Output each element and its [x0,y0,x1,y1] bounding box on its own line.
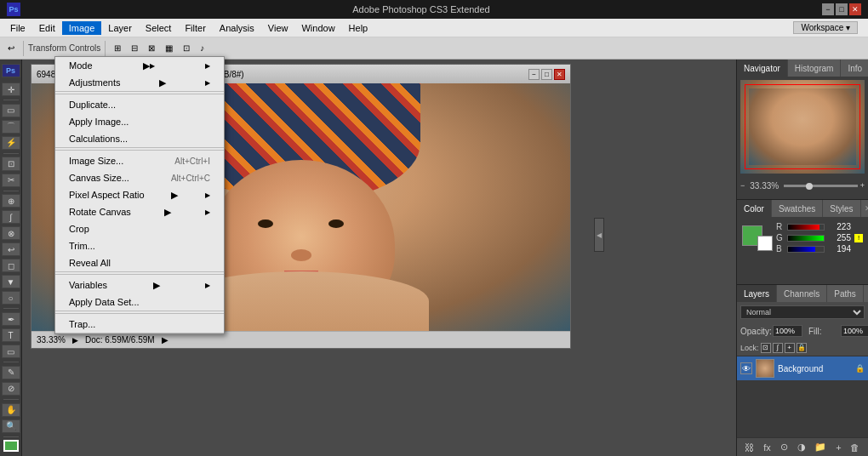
background-swatch[interactable] [757,236,773,251]
fill-input[interactable] [841,325,868,337]
menu-view[interactable]: View [261,21,295,35]
shape-tool[interactable]: ▭ [2,345,20,358]
menu-image-size[interactable]: Image Size... Alt+Ctrl+I [55,152,224,169]
toolbar-icon-5[interactable]: ⊡ [179,42,194,54]
opacity-label: Opacity: [740,327,770,336]
menu-reveal-all[interactable]: Reveal All [55,254,224,271]
color-swatches: R 223 G 255 B [737,217,868,259]
menu-layer[interactable]: Layer [101,21,139,35]
fill-tool[interactable]: ▼ [2,275,20,288]
close-button[interactable]: ✕ [849,3,861,15]
zoom-tool[interactable]: 🔍 [2,419,20,433]
toolbar-sep-2 [105,41,106,56]
layers-close[interactable]: ✕ [864,289,868,298]
color-close[interactable]: ✕ [861,204,869,213]
maximize-button[interactable]: □ [836,3,848,15]
dodge-tool[interactable]: ○ [2,291,20,305]
menu-variables[interactable]: Variables ▶ [55,276,224,294]
layer-style-button[interactable]: fx [763,442,771,453]
menu-select[interactable]: Select [139,21,179,35]
menu-crop[interactable]: Crop [55,220,224,237]
toolbar-icon-2[interactable]: ⊟ [127,42,142,54]
menu-filter[interactable]: Filter [178,21,212,35]
doc-minimize[interactable]: − [528,69,540,80]
marquee-tool[interactable]: ▭ [2,104,20,117]
menu-help[interactable]: Help [342,21,375,35]
menu-duplicate-label: Duplicate... [69,100,116,110]
heal-tool[interactable]: ⊕ [2,194,20,208]
hand-tool[interactable]: ✋ [2,403,20,417]
delete-layer-button[interactable]: 🗑 [850,442,859,453]
layer-visibility[interactable]: 👁 [740,362,752,374]
menu-edit[interactable]: Edit [32,21,62,35]
menu-rotate-canvas[interactable]: Rotate Canvas ▶ [55,203,224,220]
lock-paint[interactable]: ∫ [773,343,783,353]
lasso-tool[interactable]: ⌒ [2,120,20,134]
pen-tool[interactable]: ✒ [2,312,20,326]
tab-swatches[interactable]: Swatches [772,200,823,217]
toolbar-icon-3[interactable]: ⊠ [144,42,159,54]
new-layer-button[interactable]: + [836,442,841,453]
new-group-button[interactable]: 📁 [814,442,826,453]
menu-pixel-aspect-ratio[interactable]: Pixel Aspect Ratio ▶ [55,186,224,203]
menu-apply-data-set[interactable]: Apply Data Set... [55,294,224,311]
stamp-tool[interactable]: ⊗ [2,226,20,240]
menu-apply-image[interactable]: Apply Image... [55,113,224,130]
tab-paths[interactable]: Paths [827,285,864,302]
menu-adjustments[interactable]: Adjustments ▶ [55,74,224,91]
wand-tool[interactable]: ⚡ [2,136,20,150]
minimize-button[interactable]: − [822,3,834,15]
menu-duplicate[interactable]: Duplicate... [55,96,224,113]
zoom-out-button[interactable]: − [740,181,745,190]
lock-transparency[interactable]: ⊡ [761,343,771,353]
menu-file[interactable]: File [3,21,32,35]
menu-window[interactable]: Window [294,21,341,35]
adjustment-layer-button[interactable]: ◑ [797,442,806,453]
annotation-tool[interactable]: ✎ [2,366,20,379]
tab-layers[interactable]: Layers [737,285,777,302]
link-layers-button[interactable]: ⛓ [745,442,754,453]
menu-canvas-size[interactable]: Canvas Size... Alt+Ctrl+C [55,169,224,186]
opacity-input[interactable] [773,325,802,337]
lock-all[interactable]: 🔒 [797,343,807,353]
menu-trim[interactable]: Trim... [55,237,224,254]
tab-navigator[interactable]: Navigator [737,60,788,77]
eyedropper-tool[interactable]: ⊘ [2,382,20,396]
zoom-slider[interactable] [784,185,857,187]
layer-background[interactable]: 👁 Background 🔒 [737,356,868,380]
menu-analysis[interactable]: Analysis [213,21,261,35]
right-panel-toggle[interactable]: ◀ [594,218,604,252]
foreground-color[interactable] [3,440,19,452]
menu-image[interactable]: Image [62,21,102,35]
g-slider[interactable] [787,235,825,242]
layer-mask-button[interactable]: ⊙ [780,442,788,453]
eraser-tool[interactable]: ◻ [2,259,20,272]
blend-mode-dropdown[interactable]: Normal [740,305,865,319]
tab-styles[interactable]: Styles [823,200,860,217]
toolbar-icon-4[interactable]: ▦ [161,42,177,54]
r-slider[interactable] [787,224,825,231]
move-tool[interactable]: ✛ [2,83,20,96]
brush-tool[interactable]: ∫ [2,210,20,224]
toolbar-icon-1[interactable]: ⊞ [110,42,125,54]
menu-mode[interactable]: Mode ▶ [55,57,224,74]
lock-move[interactable]: + [785,343,795,353]
zoom-in-button[interactable]: + [860,181,865,190]
menu-calculations[interactable]: Calculations... [55,130,224,147]
history-tool[interactable]: ↩ [2,242,20,256]
slice-tool[interactable]: ✂ [2,174,20,187]
tab-color[interactable]: Color [737,200,772,217]
workspace-button[interactable]: Workspace ▾ [793,21,858,34]
b-slider[interactable] [787,246,825,253]
toolbar-arrow[interactable]: ↩ [3,42,19,54]
doc-restore[interactable]: □ [541,69,552,80]
tool-sep-3 [3,191,19,191]
crop-tool[interactable]: ⊡ [2,157,20,170]
text-tool[interactable]: T [2,328,20,342]
menu-trap[interactable]: Trap... [55,316,224,333]
tab-histogram[interactable]: Histogram [788,60,842,77]
tab-info[interactable]: Info [841,60,868,77]
tab-channels[interactable]: Channels [777,285,827,302]
toolbar-icon-6[interactable]: ♪ [196,42,208,54]
doc-close[interactable]: ✕ [554,69,565,80]
